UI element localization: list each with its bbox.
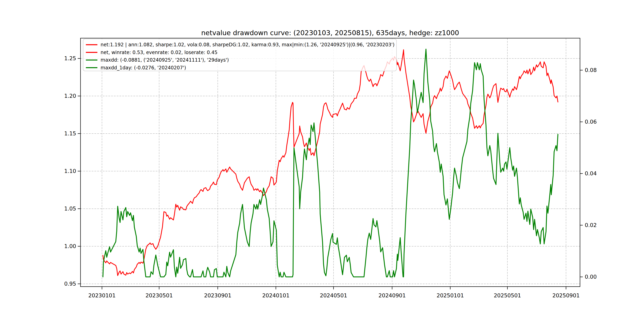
x-tick-label: 20230901 — [204, 292, 231, 298]
y-left-tick-label: 1.10 — [64, 168, 76, 174]
y-left-tick-label: 1.00 — [64, 243, 76, 249]
y-left-tick-label: 1.20 — [64, 93, 76, 99]
legend-entry-label: maxdd: (-0.0881, ('20240925', '20241111'… — [100, 57, 229, 63]
y-right-tick-label: 0.04 — [585, 170, 597, 176]
legend-entry-label: net:1.192 | ann:1.082, sharpe:1.02, vola… — [100, 42, 394, 48]
y-left-tick-label: 1.15 — [64, 130, 76, 136]
chart-svg: netvalue drawdown curve: (20230103, 2025… — [0, 0, 644, 322]
x-tick-label: 20240101 — [262, 292, 290, 298]
legend-entry-label: net, winrate: 0.53, evenrate: 0.02, lose… — [100, 50, 218, 55]
x-tick-label: 20250901 — [552, 292, 580, 298]
y-right-tick-label: 0.06 — [585, 119, 597, 125]
y-right-tick-label: 0.00 — [585, 274, 597, 280]
y-left-tick-label: 0.95 — [64, 281, 76, 287]
y-left-tick-label: 1.05 — [64, 206, 76, 212]
y-right-tick-label: 0.08 — [585, 67, 597, 73]
x-tick-label: 20230101 — [88, 292, 116, 298]
x-tick-label: 20240501 — [320, 292, 347, 298]
drawdown-curve — [103, 49, 558, 277]
x-tick-label: 20230501 — [146, 292, 173, 298]
figure: netvalue drawdown curve: (20230103, 2025… — [0, 0, 644, 322]
y-left-tick-label: 1.25 — [64, 55, 76, 62]
x-tick-label: 20250501 — [494, 292, 521, 298]
x-tick-label: 20240901 — [378, 292, 406, 298]
legend-entry-label: maxdd_1day: (-0.0276, '20240207') — [100, 65, 186, 70]
chart-title: netvalue drawdown curve: (20230103, 2025… — [201, 29, 459, 37]
x-tick-label: 20250101 — [436, 292, 464, 298]
y-right-tick-label: 0.02 — [585, 222, 597, 228]
legend: net:1.192 | ann:1.082, sharpe:1.02, vola… — [83, 39, 396, 71]
curves — [103, 49, 558, 277]
